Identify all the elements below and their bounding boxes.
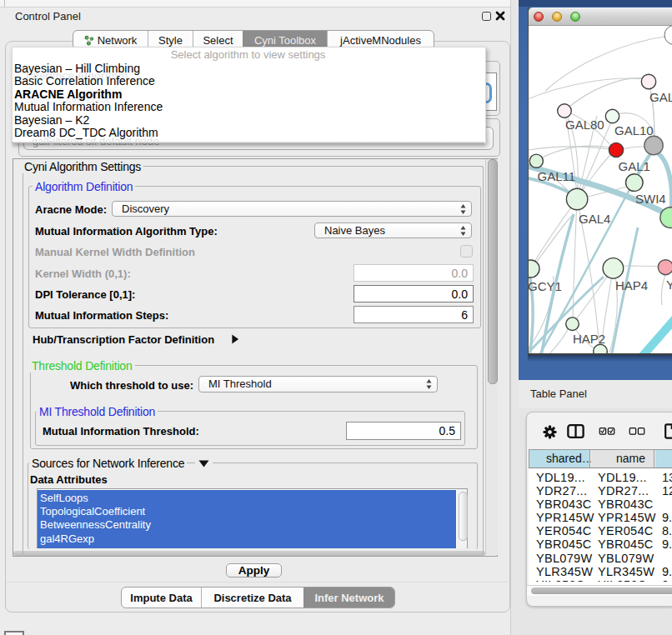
svg-text:GAL80: GAL80: [565, 118, 604, 132]
svg-text:HAP4: HAP4: [615, 278, 648, 292]
svg-text:GAL4: GAL4: [579, 212, 610, 226]
svg-text:Y: Y: [666, 278, 672, 292]
svg-text:SWI4: SWI4: [635, 192, 666, 206]
svg-text:GAL1: GAL1: [619, 159, 650, 173]
svg-text:GAL7: GAL7: [649, 90, 672, 104]
svg-text:GAL11: GAL11: [538, 169, 576, 183]
svg-text:GCY1: GCY1: [529, 279, 562, 293]
svg-text:GAL10: GAL10: [614, 123, 654, 138]
svg-text:HAP2: HAP2: [573, 332, 605, 346]
